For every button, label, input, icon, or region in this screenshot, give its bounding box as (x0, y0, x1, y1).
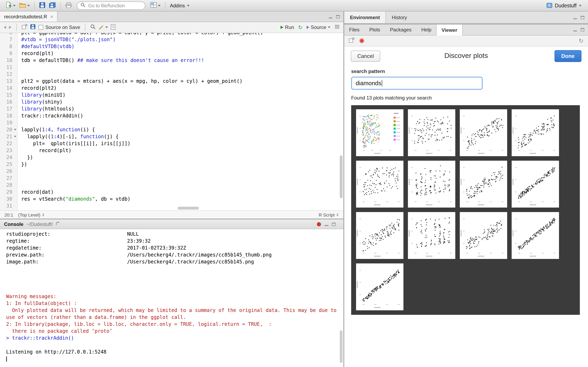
tab-label: Plots (369, 27, 380, 33)
window-buttons (570, 25, 588, 35)
console-line: Listening on http://127.0.0.1:5248 (6, 349, 343, 356)
plot-thumbnail[interactable] (512, 212, 559, 259)
console-title: Console (4, 221, 24, 227)
maximize-icon[interactable] (581, 16, 584, 19)
source-icon (307, 26, 309, 29)
maximize-icon[interactable] (332, 222, 336, 226)
refresh-icon[interactable]: ↻ (579, 38, 584, 44)
editor-hscrollbar[interactable] (178, 207, 199, 210)
outline-icon[interactable] (334, 25, 340, 30)
tab-plots[interactable]: Plots (364, 25, 385, 35)
find-icon[interactable] (90, 24, 96, 31)
popout-icon[interactable] (22, 24, 27, 31)
done-button[interactable]: Done (554, 50, 581, 62)
forward-icon[interactable] (9, 26, 11, 29)
save-button[interactable] (38, 1, 47, 10)
goto-file-box (77, 1, 145, 10)
console-pane: Console ~/Dudestuff/ rstudioproject: NUL… (0, 219, 343, 367)
show-in-new-window-icon[interactable] (349, 38, 355, 44)
pane-layout-button[interactable] (149, 1, 162, 10)
run-label: Run (285, 25, 294, 30)
tab-packages[interactable]: Packages (385, 25, 416, 35)
plot-thumbnail[interactable] (460, 109, 507, 156)
plot-thumbnail[interactable] (408, 161, 455, 208)
source-on-save-checkbox[interactable]: Source on Save (38, 25, 80, 30)
console-output[interactable]: rstudioproject: NULLregtime: 23:39:32reg… (0, 229, 343, 367)
minimize-icon[interactable] (325, 222, 328, 226)
plot-thumbnail[interactable] (356, 109, 403, 156)
search-input[interactable]: diamonds (351, 77, 483, 90)
code-line: record(dat) (21, 189, 343, 196)
code-editor[interactable]: 6789101112131415161718192021222324252627… (0, 33, 343, 210)
goto-file-input[interactable] (87, 3, 139, 8)
console-path: ~/Dudestuff/ (26, 221, 53, 227)
toolbar-separator (34, 2, 35, 9)
editor-vscrollbar[interactable] (340, 155, 343, 198)
open-file-button[interactable] (18, 1, 31, 10)
project-menu-button[interactable]: R Dudestuff (544, 1, 584, 10)
maximize-icon[interactable] (336, 15, 340, 18)
back-icon[interactable] (4, 26, 6, 29)
tab-history[interactable]: History (386, 11, 413, 23)
gadget-header: Cancel Discover plots Done (344, 47, 588, 65)
close-icon[interactable]: × (51, 14, 53, 19)
console-line: rstudioproject: NULL (6, 231, 343, 238)
svg-text:R: R (548, 3, 551, 7)
toolbar-separator (165, 2, 165, 9)
plot-thumbnail[interactable] (408, 109, 455, 156)
plot-thumbnail[interactable] (356, 263, 403, 310)
cancel-button[interactable]: Cancel (351, 50, 380, 61)
maximize-icon[interactable] (581, 28, 584, 31)
minimize-icon[interactable] (329, 15, 332, 18)
plot-thumbnail[interactable] (356, 212, 403, 259)
save-icon[interactable] (30, 24, 35, 31)
file-type-selector[interactable]: R Script ⇕ (319, 212, 339, 217)
print-button[interactable] (64, 1, 73, 10)
console-line: preview.path: /Users/beckerg4/.trackr/im… (6, 252, 343, 259)
console-line (6, 342, 343, 349)
environment-pane: Environment History (344, 11, 588, 24)
plot-thumbnail[interactable] (356, 161, 403, 208)
code-line: tdb = defaultTDB() ## make sure this doe… (21, 57, 343, 64)
plot-thumbnail[interactable] (512, 161, 559, 208)
plot-thumbnail[interactable] (460, 212, 507, 259)
console-line: > trackr::trackrAddin() (6, 335, 343, 342)
chevron-down-icon (158, 5, 160, 6)
tab-files[interactable]: Files (344, 25, 364, 35)
scope-selector[interactable]: (Top Level) ⇕ (18, 212, 45, 217)
new-file-button[interactable] (4, 1, 17, 10)
rerun-icon[interactable]: ↻ (298, 25, 303, 30)
plot-thumbnail[interactable] (460, 161, 507, 208)
results-count: Found 13 plots matching your search (351, 95, 588, 101)
show-in-new-window-icon[interactable] (56, 221, 61, 227)
fold-icon[interactable] (14, 136, 16, 137)
minimize-icon[interactable] (573, 28, 577, 31)
pane-layout-icon (150, 2, 157, 9)
code-line: trackr::trackrAddin() (21, 113, 343, 119)
editor-tab[interactable]: recordrrstudiotest.R × (0, 11, 58, 22)
tab-environment[interactable]: Environment (344, 11, 386, 23)
source-on-save-label: Source on Save (45, 25, 80, 30)
addins-button[interactable]: Addins (169, 2, 190, 9)
toolbar-separator (16, 24, 17, 31)
stop-icon[interactable] (359, 38, 364, 43)
code-tools-icon[interactable] (99, 25, 108, 30)
fold-icon[interactable] (14, 129, 16, 131)
chevron-down-icon (328, 26, 330, 28)
source-button[interactable]: Source (307, 25, 330, 30)
tab-viewer[interactable]: Viewer (436, 25, 463, 35)
console-line: 2: In library(package, lib.loc = lib.loc… (6, 321, 343, 328)
minimize-icon[interactable] (573, 16, 577, 19)
save-all-button[interactable] (48, 1, 57, 10)
console-line (6, 266, 343, 272)
console-line (6, 279, 343, 286)
plot-thumbnail[interactable] (512, 109, 559, 156)
plot-thumbnail[interactable] (408, 212, 455, 259)
compile-report-icon[interactable] (111, 24, 116, 31)
code-line: lapply(1:4, function(i) { (21, 126, 343, 133)
tab-label: Packages (390, 27, 411, 33)
run-button[interactable]: Run (281, 25, 294, 30)
console-line: image.path: /Users/beckerg4/.trackr/imag… (6, 259, 343, 266)
console-scrollbar[interactable] (340, 330, 343, 363)
tab-help[interactable]: Help (416, 25, 436, 35)
